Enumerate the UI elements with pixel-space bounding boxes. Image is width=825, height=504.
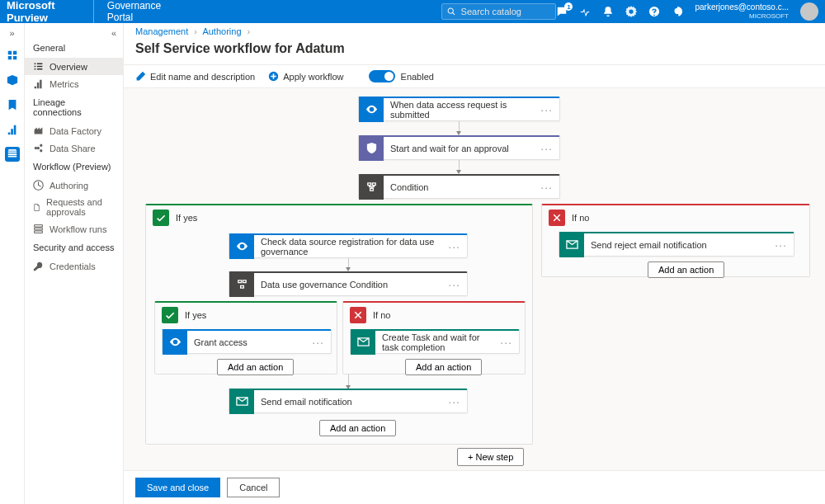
- add-action-no[interactable]: Add an action: [648, 261, 724, 278]
- apply-workflow-button[interactable]: Apply workflow: [268, 71, 343, 82]
- app-header: Microsoft Purview Governance Portal 1 pa…: [0, 0, 825, 23]
- nav-overview[interactable]: Overview: [25, 58, 123, 75]
- node-condition[interactable]: Condition ···: [358, 174, 560, 199]
- node-approval[interactable]: Start and wait for an approval ···: [358, 135, 560, 160]
- rail-insights-icon[interactable]: [5, 122, 20, 137]
- nav-metrics[interactable]: Metrics: [25, 75, 123, 92]
- shield-icon: [365, 142, 378, 154]
- search-box[interactable]: [441, 3, 556, 20]
- arrow-icon: [459, 121, 460, 132]
- add-action-yes[interactable]: Add an action: [319, 420, 396, 436]
- rail-expand-icon[interactable]: »: [9, 28, 14, 38]
- portal-name: Governance Portal: [93, 0, 172, 23]
- nav-authoring[interactable]: Authoring: [25, 177, 123, 194]
- eye-icon: [236, 240, 248, 252]
- page-title: Self Service workflow for Adatum: [124, 40, 825, 64]
- section-security: Security and access: [25, 238, 123, 257]
- check-icon: [156, 213, 166, 223]
- rail-glossary-icon[interactable]: [5, 97, 20, 112]
- more-icon[interactable]: ···: [540, 142, 553, 155]
- product-name: Microsoft Purview: [7, 0, 80, 24]
- rail-sources-icon[interactable]: [5, 48, 20, 63]
- header-icons: 1 parkerjones@contoso.c... MICROSOFT: [556, 2, 818, 21]
- new-step-button[interactable]: + New step: [457, 448, 524, 466]
- chevron-right-icon: ›: [248, 26, 251, 36]
- branch-inner-yes[interactable]: If yes Grant access ··· Add an action: [154, 301, 337, 374]
- search-input[interactable]: [461, 7, 551, 16]
- node-create-task[interactable]: Create Task and wait for task completion…: [350, 329, 520, 354]
- section-general: General: [25, 38, 123, 58]
- runs-icon: [33, 224, 44, 234]
- plus-circle-icon: [268, 71, 279, 82]
- branch-inner-no[interactable]: If no Create Task and wait for task comp…: [342, 301, 526, 374]
- add-action-inner-yes[interactable]: Add an action: [217, 359, 294, 375]
- breadcrumb: Management › Authoring ›: [124, 23, 825, 40]
- node-reject-email[interactable]: Send reject email notification ···: [559, 232, 794, 257]
- more-icon[interactable]: ···: [312, 336, 324, 349]
- settings-icon[interactable]: [625, 6, 637, 17]
- x-icon: [353, 310, 363, 320]
- list-icon: [33, 61, 44, 72]
- breadcrumb-management[interactable]: Management: [135, 26, 188, 36]
- section-workflow: Workflow (Preview): [25, 157, 123, 177]
- breadcrumb-authoring[interactable]: Authoring: [202, 26, 241, 36]
- more-icon[interactable]: ···: [448, 278, 460, 291]
- more-icon[interactable]: ···: [448, 395, 460, 408]
- branch-icon: [236, 278, 248, 290]
- mail-icon: [566, 238, 578, 251]
- mail-icon: [357, 336, 370, 348]
- left-rail: »: [0, 23, 25, 504]
- search-icon: [447, 7, 455, 16]
- help-icon[interactable]: [648, 6, 660, 17]
- chat-badge: 1: [564, 2, 573, 11]
- user-email: parkerjones@contoso.c...: [695, 2, 789, 12]
- nav-runs[interactable]: Workflow runs: [25, 220, 123, 238]
- share-icon: [33, 143, 44, 153]
- key-icon: [33, 261, 44, 271]
- eye-icon: [365, 103, 378, 115]
- node-grant-access[interactable]: Grant access ···: [162, 329, 332, 354]
- eye-icon: [169, 336, 182, 348]
- mail-icon: [236, 395, 248, 407]
- node-dug-condition[interactable]: Data use governance Condition ···: [229, 271, 468, 296]
- authoring-icon: [33, 180, 44, 191]
- more-icon[interactable]: ···: [540, 181, 553, 194]
- notifications-icon[interactable]: [602, 6, 614, 17]
- add-action-inner-no[interactable]: Add an action: [405, 359, 482, 375]
- enabled-toggle[interactable]: Enabled: [369, 70, 434, 82]
- more-icon[interactable]: ···: [775, 238, 787, 252]
- factory-icon: [33, 125, 44, 136]
- rail-map-icon[interactable]: [5, 73, 20, 87]
- rail-management-icon[interactable]: [5, 147, 20, 162]
- workflow-canvas[interactable]: When data access request is submitted ··…: [124, 88, 825, 470]
- chart-icon: [33, 78, 44, 89]
- chat-icon[interactable]: 1: [556, 6, 568, 17]
- save-button[interactable]: Save and close: [135, 478, 220, 497]
- arrow-icon: [348, 374, 349, 386]
- branch-if-yes[interactable]: If yes Check data source registration fo…: [145, 204, 533, 445]
- more-icon[interactable]: ···: [500, 336, 512, 349]
- avatar[interactable]: [800, 2, 818, 21]
- user-info[interactable]: parkerjones@contoso.c... MICROSOFT: [695, 2, 789, 21]
- node-send-email[interactable]: Send email notification ···: [229, 389, 468, 413]
- more-icon[interactable]: ···: [540, 103, 553, 116]
- document-icon: [33, 202, 40, 213]
- nav-data-factory[interactable]: Data Factory: [25, 122, 123, 139]
- toolbar: Edit name and description Apply workflow…: [124, 64, 825, 88]
- nav-requests[interactable]: Requests and approvals: [25, 194, 123, 220]
- feedback-icon[interactable]: [672, 6, 683, 17]
- pencil-icon: [135, 71, 146, 82]
- node-trigger[interactable]: When data access request is submitted ··…: [358, 97, 560, 121]
- cancel-button[interactable]: Cancel: [227, 478, 280, 497]
- side-nav: « General Overview Metrics Lineage conne…: [25, 23, 124, 504]
- x-icon: [552, 213, 562, 223]
- node-check-registration[interactable]: Check data source registration for data …: [229, 233, 468, 258]
- nav-data-share[interactable]: Data Share: [25, 139, 123, 157]
- branch-if-no[interactable]: If no Send reject email notification ···…: [541, 204, 810, 277]
- diagnostics-icon[interactable]: [579, 6, 591, 17]
- edit-name-button[interactable]: Edit name and description: [135, 71, 255, 82]
- sidenav-collapse-icon[interactable]: «: [25, 28, 123, 38]
- more-icon[interactable]: ···: [448, 240, 460, 253]
- nav-credentials[interactable]: Credentials: [25, 257, 123, 275]
- arrow-icon: [348, 258, 349, 268]
